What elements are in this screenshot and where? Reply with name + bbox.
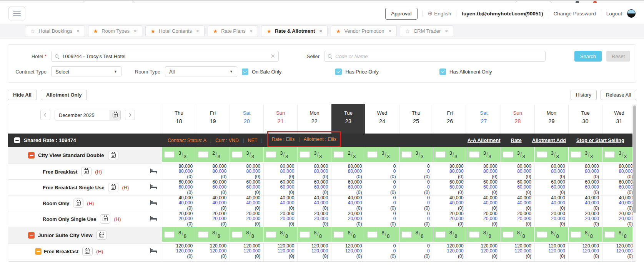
price-cell[interactable]: 20,00020,000(0) <box>568 211 602 227</box>
link-rate[interactable]: Rate <box>511 137 522 143</box>
price-cell[interactable]: 40,00040,000(0) <box>331 195 365 211</box>
price-cell[interactable] <box>196 259 230 262</box>
star-filled-icon[interactable]: ★ <box>213 28 218 34</box>
theme-toggle-icon[interactable] <box>627 9 636 18</box>
price-cell[interactable] <box>568 259 602 262</box>
hide-all-button[interactable]: Hide All <box>8 90 37 100</box>
allotment-input[interactable] <box>604 151 615 158</box>
collapse-minus-icon[interactable] <box>28 152 35 159</box>
close-icon[interactable]: × <box>134 28 137 34</box>
allotment-input[interactable] <box>333 151 344 158</box>
month-picker[interactable]: December 2025 <box>55 110 121 120</box>
allotment-input[interactable] <box>401 231 412 238</box>
allotment-input[interactable] <box>198 231 208 238</box>
price-cell[interactable]: 60,00060,000(0) <box>331 180 365 195</box>
calendar-button[interactable] <box>81 167 92 176</box>
price-cell[interactable]: 120,000120,000(0) <box>263 244 297 259</box>
price-cell[interactable]: 120,000120,000(0) <box>162 244 196 259</box>
calendar-button[interactable] <box>108 183 118 192</box>
price-cell[interactable]: 80,00080,000(0) <box>196 164 230 179</box>
allotment-input[interactable] <box>333 231 344 238</box>
collapse-minus-icon[interactable] <box>35 248 42 255</box>
price-cell[interactable] <box>399 259 433 262</box>
price-cell[interactable]: 00(0) <box>399 180 433 195</box>
price-cell[interactable]: 40,00040,000(0) <box>467 195 501 211</box>
price-cell[interactable]: 120,000120,000(0) <box>501 244 534 259</box>
price-cell[interactable] <box>602 259 636 262</box>
price-cell[interactable]: 20,00020,000(0) <box>602 211 636 227</box>
hamburger-menu-button[interactable] <box>8 7 25 20</box>
reset-button[interactable]: Reset <box>606 51 630 62</box>
allotment-input[interactable] <box>164 231 175 238</box>
collapse-minus-icon[interactable] <box>14 137 20 143</box>
calendar-button[interactable] <box>82 247 93 256</box>
has-allotment-only-checkbox[interactable]: Has Allotment Only <box>439 68 492 75</box>
calendar-button[interactable] <box>108 151 118 160</box>
price-cell[interactable]: 40,00040,000(0) <box>263 195 297 211</box>
allotment-only-button[interactable]: Allotment Only <box>41 90 87 100</box>
release-all-button[interactable]: Release All <box>601 90 636 100</box>
tab-vendor-promotion[interactable]: ★Vendor Promotion× <box>331 25 397 37</box>
price-cell[interactable]: 40,00040,000(0) <box>501 195 534 211</box>
scrollbar-thumb[interactable] <box>633 105 636 213</box>
tab-room-types[interactable]: ★Room Types× <box>88 25 142 37</box>
price-cell[interactable]: 120,000120,000(0) <box>297 244 331 259</box>
star-outline-icon[interactable]: ☆ <box>405 28 410 34</box>
price-cell[interactable]: 120,000120,000(0) <box>230 244 263 259</box>
hotel-search-field[interactable]: ✕ <box>51 51 279 62</box>
calendar-button[interactable] <box>100 214 110 224</box>
allotment-input[interactable] <box>435 231 446 238</box>
clear-icon[interactable]: ✕ <box>270 53 275 60</box>
allotment-input[interactable] <box>164 151 175 158</box>
allotment-input[interactable] <box>469 231 479 238</box>
price-cell[interactable]: 20,00020,000(0) <box>534 211 568 227</box>
seller-input[interactable] <box>335 53 542 59</box>
price-cell[interactable]: 80,00080,000(0) <box>263 164 297 179</box>
search-button[interactable]: Search <box>574 51 602 62</box>
allotment-input[interactable] <box>469 151 479 158</box>
allotment-input[interactable] <box>503 151 513 158</box>
price-cell[interactable]: 40,00040,000(0) <box>568 195 602 211</box>
star-filled-icon[interactable]: ★ <box>266 28 271 34</box>
star-outline-icon[interactable]: ☆ <box>30 28 35 34</box>
calendar-button[interactable] <box>97 231 107 240</box>
price-cell[interactable]: 00(0) <box>399 195 433 211</box>
allotment-input[interactable] <box>198 151 208 158</box>
on-sale-only-checkbox[interactable]: On Sale Only <box>242 68 281 75</box>
price-cell[interactable]: 00(0) <box>365 164 399 179</box>
price-cell[interactable]: 20,00020,000(0) <box>263 211 297 227</box>
tab-rate-allotment[interactable]: ★Rate & Allotment× <box>261 25 327 37</box>
allotment-input[interactable] <box>503 231 513 238</box>
price-cell[interactable]: 00(0) <box>365 180 399 195</box>
price-cell[interactable]: 60,00060,000(0) <box>263 180 297 195</box>
price-cell[interactable]: 120,000120,000(0) <box>433 244 467 259</box>
price-cell[interactable]: 60,00060,000(0) <box>230 180 263 195</box>
allotment-input[interactable] <box>401 151 412 158</box>
tab-crm-trader[interactable]: ☆CRM Trader× <box>400 25 453 37</box>
price-cell[interactable]: 20,00020,000(0) <box>196 211 230 227</box>
allotment-input[interactable] <box>435 151 446 158</box>
close-icon[interactable]: × <box>445 28 448 34</box>
close-icon[interactable]: × <box>196 28 199 34</box>
price-cell[interactable]: 20,00020,000(0) <box>297 211 331 227</box>
price-cell[interactable]: 80,00080,000(0) <box>467 164 501 179</box>
price-cell[interactable]: 60,00060,000(0) <box>433 180 467 195</box>
allotment-input[interactable] <box>266 151 276 158</box>
tab-hotel-bookings[interactable]: ☆Hotel Bookings× <box>25 25 85 37</box>
price-cell[interactable] <box>433 259 467 262</box>
allotment-input[interactable] <box>537 231 547 238</box>
prev-month-button[interactable] <box>40 110 50 120</box>
change-password-link[interactable]: Change Password <box>553 11 596 17</box>
price-cell[interactable] <box>331 259 365 262</box>
logout-link[interactable]: Logout <box>606 11 622 17</box>
allotment-input[interactable] <box>300 151 310 158</box>
close-icon[interactable]: × <box>319 28 322 34</box>
price-cell[interactable]: 00(0) <box>399 164 433 179</box>
price-cell[interactable]: 20,00020,000(0) <box>162 211 196 227</box>
allotment-input[interactable] <box>537 151 547 158</box>
price-cell[interactable]: 00(0) <box>399 244 433 259</box>
seller-search-field[interactable] <box>324 51 546 62</box>
allotment-input[interactable] <box>266 231 276 238</box>
approval-button[interactable]: Approval <box>385 8 417 20</box>
hotel-input[interactable] <box>62 53 270 59</box>
